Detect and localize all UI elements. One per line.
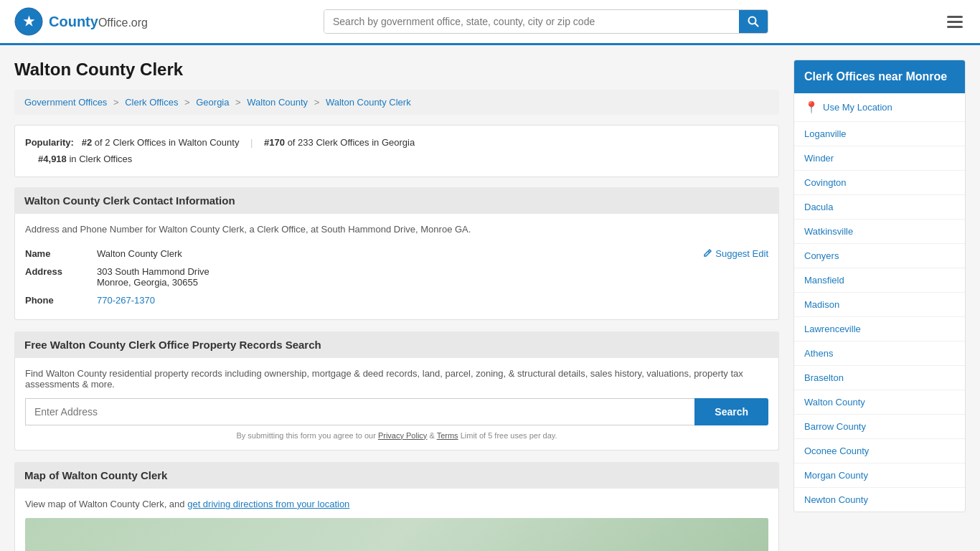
list-item: Covington (794, 171, 965, 195)
address-line1: 303 South Hammond Drive (97, 266, 768, 277)
name-label: Name (25, 245, 97, 263)
popularity-rank2: #170 (264, 137, 285, 148)
address-line2: Monroe, Georgia, 30655 (97, 277, 768, 288)
breadcrumb: Government Offices > Clerk Offices > Geo… (14, 90, 779, 115)
list-item: Newton County (794, 488, 965, 512)
contact-section: Walton County Clerk Contact Information … (14, 187, 779, 320)
sidebar-title: Clerk Offices near Monroe (794, 60, 965, 93)
sidebar-link-mansfield[interactable]: Mansfield (794, 268, 965, 292)
property-search-body: Find Walton County residential property … (14, 358, 779, 451)
breadcrumb-walton-county-clerk[interactable]: Walton County Clerk (326, 97, 411, 108)
name-value-cell: Walton County Clerk Suggest Edit (97, 245, 768, 263)
contact-section-header: Walton County Clerk Contact Information (14, 187, 779, 214)
page-title: Walton County Clerk (14, 60, 779, 80)
sidebar-link-walton-county[interactable]: Walton County (794, 390, 965, 414)
breadcrumb-walton-county[interactable]: Walton County (247, 97, 308, 108)
suggest-edit-link[interactable]: Suggest Edit (702, 248, 768, 259)
sidebar-link-braselton[interactable]: Braselton (794, 366, 965, 390)
contact-description: Address and Phone Number for Walton Coun… (25, 224, 768, 235)
breadcrumb-georgia[interactable]: Georgia (196, 97, 229, 108)
suggest-edit-label: Suggest Edit (715, 248, 768, 259)
terms-link[interactable]: Terms (437, 431, 458, 440)
popularity-separator: | (250, 137, 253, 148)
privacy-policy-link[interactable]: Privacy Policy (378, 431, 427, 440)
list-item: Morgan County (794, 463, 965, 488)
list-item: Conyers (794, 244, 965, 268)
list-item: Lawrenceville (794, 317, 965, 342)
map-section-body: View map of Walton County Clerk, and get… (14, 489, 779, 551)
popularity-label: Popularity: (25, 137, 74, 148)
sidebar-link-dacula[interactable]: Dacula (794, 195, 965, 219)
breadcrumb-sep-1: > (113, 97, 119, 108)
sidebar-link-barrow-county[interactable]: Barrow County (794, 415, 965, 438)
global-search-button[interactable] (739, 10, 768, 33)
map-placeholder: Walton County Clerk-Superior Ct (25, 518, 768, 551)
popularity-rank1-text: of 2 Clerk Offices in Walton County (95, 137, 240, 148)
menu-bar-2 (947, 21, 963, 23)
site-header: ★ CountyOffice.org (0, 0, 980, 45)
sidebar-link-athens[interactable]: Athens (794, 342, 965, 365)
list-item: Mansfield (794, 268, 965, 293)
sidebar-link-covington[interactable]: Covington (794, 171, 965, 194)
map-description: View map of Walton County Clerk, and get… (25, 499, 768, 509)
map-section: Map of Walton County Clerk View map of W… (14, 462, 779, 551)
sidebar-link-morgan-county[interactable]: Morgan County (794, 463, 965, 487)
sidebar: Clerk Offices near Monroe 📍 Use My Locat… (793, 60, 966, 551)
privacy-note-text: By submitting this form you agree to our (236, 431, 375, 440)
sidebar-link-loganville[interactable]: Loganville (794, 122, 965, 146)
breadcrumb-gov-offices[interactable]: Government Offices (24, 97, 107, 108)
nearby-list: Loganville Winder Covington Dacula Watki… (794, 122, 965, 512)
global-search-area[interactable] (324, 9, 768, 34)
map-background (25, 518, 768, 551)
name-row: Walton County Clerk Suggest Edit (97, 248, 768, 259)
driving-directions-link[interactable]: get driving directions from your locatio… (187, 499, 349, 509)
map-desc-text: View map of Walton County Clerk, and (25, 499, 185, 509)
sidebar-link-watkinsville[interactable]: Watkinsville (794, 220, 965, 243)
address-search-input[interactable] (25, 398, 694, 425)
menu-bar-3 (947, 26, 963, 28)
name-value: Walton County Clerk (97, 248, 182, 259)
sidebar-link-oconee-county[interactable]: Oconee County (794, 439, 965, 463)
list-item: Dacula (794, 195, 965, 220)
sidebar-box: Clerk Offices near Monroe 📍 Use My Locat… (793, 60, 966, 512)
address-value: 303 South Hammond Drive Monroe, Georgia,… (97, 263, 768, 291)
main-content: Walton County Clerk Government Offices >… (14, 60, 779, 551)
sidebar-link-conyers[interactable]: Conyers (794, 244, 965, 268)
sidebar-link-newton-county[interactable]: Newton County (794, 488, 965, 512)
popularity-rank2-text: of 233 Clerk Offices in Georgia (288, 137, 415, 148)
use-my-location-link[interactable]: Use My Location (823, 102, 892, 113)
privacy-note: By submitting this form you agree to our… (25, 431, 768, 440)
property-search-button[interactable]: Search (694, 398, 768, 425)
logo-text: CountyOffice.org (49, 14, 148, 30)
pin-icon: 📍 (804, 100, 819, 114)
limit-text: Limit of 5 free uses per day. (461, 431, 557, 440)
search-icon (748, 16, 759, 27)
phone-link[interactable]: 770-267-1370 (97, 295, 155, 306)
sidebar-link-madison[interactable]: Madison (794, 293, 965, 316)
list-item: Walton County (794, 390, 965, 415)
use-location-row: 📍 Use My Location (794, 93, 965, 122)
svg-text:★: ★ (23, 14, 35, 29)
property-search-section: Free Walton County Clerk Office Property… (14, 331, 779, 451)
sidebar-link-winder[interactable]: Winder (794, 146, 965, 170)
popularity-rank3-text: in Clerk Offices (69, 154, 132, 164)
global-search-input[interactable] (324, 10, 739, 33)
list-item: Madison (794, 293, 965, 317)
hamburger-menu-button[interactable] (944, 13, 966, 31)
edit-icon (702, 248, 712, 258)
sidebar-link-lawrenceville[interactable]: Lawrenceville (794, 317, 965, 341)
list-item: Winder (794, 146, 965, 171)
breadcrumb-sep-2: > (184, 97, 190, 108)
contact-table: Name Walton County Clerk Suggest Edit (25, 245, 768, 309)
breadcrumb-clerk-offices[interactable]: Clerk Offices (125, 97, 178, 108)
logo-area[interactable]: ★ CountyOffice.org (14, 7, 148, 36)
popularity-box: Popularity: #2 of 2 Clerk Offices in Wal… (14, 125, 779, 177)
list-item: Loganville (794, 122, 965, 146)
main-layout: Walton County Clerk Government Offices >… (0, 45, 980, 551)
list-item: Watkinsville (794, 220, 965, 244)
property-description: Find Walton County residential property … (25, 368, 768, 390)
and-text: & (429, 431, 436, 440)
list-item: Athens (794, 342, 965, 366)
breadcrumb-sep-3: > (235, 97, 241, 108)
phone-value-cell: 770-267-1370 (97, 291, 768, 309)
